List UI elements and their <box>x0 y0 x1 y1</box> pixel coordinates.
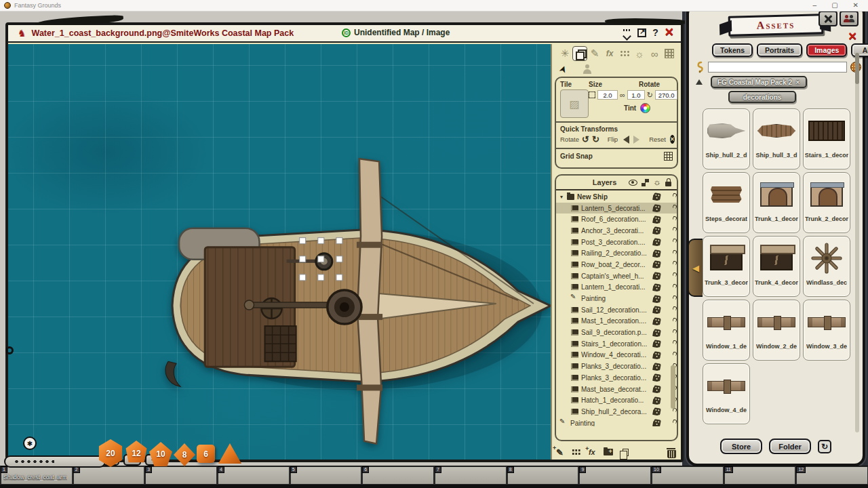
visibility-icon[interactable] <box>629 180 637 186</box>
assets-tab[interactable]: Images <box>806 43 847 57</box>
die[interactable]: 12 <box>124 441 149 466</box>
layer-row[interactable]: ▾ Lantern_1_decorati... <box>556 282 677 293</box>
asset-card[interactable]: Window_4_de <box>703 363 750 424</box>
assets-close-icon[interactable]: ✕ <box>848 30 857 43</box>
assets-scrollbar[interactable] <box>855 53 859 432</box>
mask-visibility-icon[interactable] <box>642 179 649 186</box>
layer-row[interactable]: ▾ New Ship <box>556 191 677 203</box>
maximize-button[interactable]: ▢ <box>831 2 837 9</box>
stamps-tool-icon[interactable] <box>617 46 632 61</box>
layer-die-pointer-icon[interactable] <box>653 261 661 269</box>
layer-row[interactable]: ▾ Planks_3_decoratio... <box>556 372 677 384</box>
module-remove-icon[interactable]: ✕ <box>795 79 800 85</box>
effects-tool-icon[interactable]: fx <box>602 46 617 61</box>
rotate-input[interactable] <box>655 90 677 100</box>
layer-die-pointer-icon[interactable] <box>653 408 661 416</box>
add-drawing-layer-icon[interactable]: +✎ <box>556 447 564 458</box>
assets-tab[interactable]: Portraits <box>757 43 802 57</box>
module-breadcrumb-button[interactable]: FG Coastal Map Pack 2 ✕ <box>711 76 807 88</box>
layer-row[interactable]: ▾ Stairs_1_decoration... <box>556 338 677 350</box>
layer-die-pointer-icon[interactable] <box>653 227 661 235</box>
sidebar-collapse-tab[interactable]: ◀ <box>688 239 703 297</box>
layer-die-pointer-icon[interactable] <box>653 385 661 393</box>
layers-scrollbar[interactable] <box>671 365 675 409</box>
os-close-button[interactable]: ✕ <box>853 2 859 9</box>
layer-row[interactable]: ▾ Lantern_5_decorati... <box>556 203 677 214</box>
hotbar-slot[interactable]: 5 <box>290 466 362 485</box>
new-layer-folder-icon[interactable] <box>604 449 613 455</box>
draw-tool-icon[interactable]: ✎ <box>587 46 602 61</box>
folder-button[interactable]: Folder <box>769 439 811 454</box>
asset-card[interactable]: Ship_hull_3_d <box>753 108 800 169</box>
layer-die-pointer-icon[interactable] <box>653 295 661 303</box>
size-width-input[interactable] <box>597 90 618 100</box>
map-canvas[interactable]: ✿ <box>8 44 551 460</box>
lock-all-icon[interactable] <box>665 182 671 186</box>
dice-tower-button[interactable] <box>818 11 837 26</box>
flip-horizontal-icon[interactable] <box>623 136 629 144</box>
layer-die-pointer-icon[interactable] <box>653 306 661 314</box>
hotbar-slot[interactable]: 6 <box>361 466 434 485</box>
layer-row[interactable]: ▾ Mast_1_decoration.... <box>556 316 677 327</box>
layers-tool-icon[interactable] <box>572 46 587 61</box>
radial-menu-button[interactable]: ✱ <box>23 436 37 450</box>
size-height-input[interactable] <box>627 90 645 100</box>
layer-row[interactable]: ▾ Railing_2_decoratio... <box>556 247 677 259</box>
layer-row[interactable]: ▾ Sail_12_decoration.... <box>556 304 677 316</box>
minimize-button[interactable]: – <box>813 2 817 9</box>
layer-row[interactable]: ▾ Sail_9_decoration.p... <box>556 327 677 338</box>
layer-row[interactable]: ▾ Hatch_1_decoratio... <box>556 394 677 406</box>
layer-row[interactable]: ▾ Mast_base_decorat... <box>556 384 677 395</box>
layer-die-pointer-icon[interactable] <box>653 340 661 348</box>
layer-row[interactable]: ▾ Planks_3_decoratio... <box>556 361 677 372</box>
layer-die-pointer-icon[interactable] <box>653 419 661 426</box>
layer-die-pointer-icon[interactable] <box>653 272 661 280</box>
ship-map-object[interactable] <box>163 155 551 447</box>
asset-card[interactable]: Window_1_de <box>703 300 750 361</box>
layer-die-pointer-icon[interactable] <box>653 204 661 212</box>
rotate-ccw-icon[interactable]: ↺ <box>582 134 589 144</box>
token-placement-icon[interactable] <box>583 64 591 74</box>
hotbar-slot[interactable]: 9 <box>578 466 651 485</box>
hotbar-slot[interactable]: 10 <box>651 466 724 485</box>
die[interactable]: 20 <box>98 439 123 467</box>
link-icon[interactable]: ∞ <box>620 91 625 99</box>
delete-layer-icon[interactable] <box>667 448 675 457</box>
layer-row[interactable]: ▾ Post_3_decoration.... <box>556 237 677 248</box>
rotate-cw-icon[interactable]: ↻ <box>592 134 599 144</box>
tint-color-wheel[interactable] <box>640 103 650 113</box>
hotbar-slot[interactable]: 11 <box>724 466 796 485</box>
hotbar-slot[interactable]: 8 <box>507 466 579 485</box>
map-titlebar[interactable]: ♞ Water_1_coast_background.png@SmiteWork… <box>8 25 681 43</box>
layer-die-pointer-icon[interactable] <box>653 238 661 246</box>
layer-row[interactable]: ▾ Ship_hull_2_decora... <box>556 406 677 418</box>
reset-transform-icon[interactable]: ✕ <box>670 135 675 144</box>
asset-search-input[interactable] <box>708 62 847 73</box>
play-mode-icon[interactable]: ✳ <box>557 46 572 61</box>
layer-die-pointer-icon[interactable] <box>653 317 661 325</box>
flip-vertical-icon[interactable] <box>633 136 639 144</box>
layer-row[interactable]: ▾ Row_boat_2_decor... <box>556 259 677 270</box>
grid-snap-icon[interactable] <box>664 152 673 161</box>
hotbar-slot[interactable]: 12 <box>795 466 868 485</box>
die[interactable] <box>218 443 241 464</box>
asset-card[interactable]: Window_3_de <box>803 300 850 361</box>
close-map-icon[interactable]: ✕ <box>665 27 674 38</box>
layer-die-pointer-icon[interactable] <box>653 329 661 337</box>
asset-card[interactable]: Trunk_2_decor <box>803 172 850 233</box>
die[interactable]: 8 <box>174 443 195 466</box>
help-icon[interactable]: ? <box>652 27 658 38</box>
lighting-tool-icon[interactable]: ☼ <box>632 46 647 61</box>
assets-tab[interactable]: All <box>851 43 868 57</box>
asset-card[interactable]: Trunk_3_decor <box>703 236 750 297</box>
layer-row[interactable]: ▾ Captain's_wheel_h... <box>556 270 677 282</box>
asset-card[interactable]: Stairs_1_decor <box>803 108 850 169</box>
die[interactable]: 10 <box>149 442 172 466</box>
layer-row[interactable]: ▾ Painting <box>556 293 677 304</box>
assets-tab[interactable]: Tokens <box>712 43 753 57</box>
store-button[interactable]: Store <box>720 439 762 454</box>
shrink-window-icon[interactable] <box>622 28 631 37</box>
add-stamp-layer-icon[interactable] <box>572 449 580 455</box>
asset-card[interactable]: Trunk_4_decor <box>753 236 800 297</box>
asset-card[interactable]: Windlass_dec <box>803 236 850 297</box>
